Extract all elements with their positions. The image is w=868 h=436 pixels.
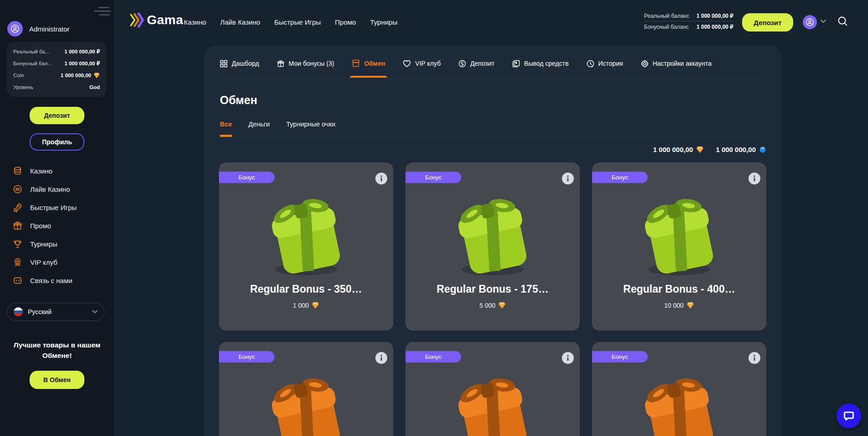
coin-wallet-amount: 1 000 000,00 [653,146,704,153]
topnav-promo[interactable]: Промо [335,18,356,26]
orange-gem-icon [312,301,319,309]
sidebar-item-live-casino[interactable]: Лайв Казино [13,180,77,198]
bonus-card-title: Regular Bonus - 175… [405,283,580,295]
bonus-badge: Бонус [592,351,648,362]
info-icon[interactable] [375,352,387,364]
bonus-card[interactable]: Бонус [405,342,580,436]
live-casino-icon [13,184,22,194]
topnav-fast-games[interactable]: Быстрые Игры [274,18,321,26]
topbar-real-balance-row: Реальный баланс 1 000 000,00 ₽ [644,11,733,21]
gift-box-image [260,368,352,436]
shop-icon [352,59,360,68]
sidebar-item-contact[interactable]: Связь с нами [13,271,77,289]
bonus-card-price: 5 000 [405,301,580,309]
info-icon[interactable] [375,173,387,184]
sidebar-profile-button[interactable]: Профиль [30,133,84,151]
coin-icon [458,60,466,68]
tab-account-settings[interactable]: Настройки аккаунта [641,60,712,78]
topbar-real-balance-label: Реальный баланс [644,13,689,19]
info-icon[interactable] [748,352,760,364]
tab-vip-club[interactable]: VIP клуб [403,60,441,78]
dashboard-icon [220,60,228,68]
topnav-casino[interactable]: Казино [184,18,206,26]
to-exchange-button[interactable]: В Обмен [30,371,84,389]
sidebar-item-promo[interactable]: Промо [13,216,77,235]
bonus-balance-label: Бонусный бал... [13,61,52,66]
bonus-card-price: 1 000 [219,301,393,309]
sidebar-balance-panel: Реальный ба... 1 000 000,00 ₽ Бонусный б… [7,42,106,97]
tab-deposit[interactable]: Депозит [458,60,494,78]
language-selector[interactable]: Русский [7,303,104,321]
topbar-avatar[interactable] [803,15,817,29]
withdraw-icon [512,60,520,68]
sidebar-item-tournaments[interactable]: Турниры [13,235,77,253]
tab-dashboard[interactable]: Дашборд [220,60,259,78]
bonus-card[interactable]: Бонус [405,163,580,331]
contact-icon [13,276,22,285]
topbar-deposit-button[interactable]: Депозит [742,13,793,32]
topnav-tournaments[interactable]: Турниры [370,18,397,26]
bonus-card[interactable]: Бонус [592,163,766,331]
info-icon[interactable] [562,173,574,184]
sidebar-item-fast-games[interactable]: Быстрые Игры [13,198,77,216]
topbar-balances: Реальный баланс 1 000 000,00 ₽ Бонусный … [644,11,733,32]
orange-gem-icon [686,301,694,309]
filter-all[interactable]: Все [220,121,232,136]
orange-gem-icon [696,146,704,153]
coin-balance-value: 1 000 000,00 [61,73,91,78]
bonus-badge: Бонус [405,172,461,183]
sidebar-menu-icon[interactable] [94,7,112,18]
exchange-panel: Дашборд Мои бонусы (3) Обмен VIP клуб Де… [204,46,781,436]
orange-gem-icon [498,301,506,309]
sidebar-promo-text: Лучшие товары в нашем Обмене! [9,340,105,361]
gift-box-image [260,188,352,279]
search-icon[interactable] [837,15,849,27]
chat-widget-button[interactable] [837,404,861,428]
filter-tournament-points[interactable]: Турнирные очки [286,121,335,136]
real-balance-value: 1 000 000,00 ₽ [64,48,100,55]
tab-exchange[interactable]: Обмен [352,59,385,78]
sidebar-deposit-button[interactable]: Депозит [30,107,84,124]
bonus-balance-row: Бонусный бал... 1 000 000,00 ₽ [13,58,100,69]
topbar-bonus-balance-row: Бонусный баланс 1 000 000,00 ₽ [644,21,733,32]
bonus-badge: Бонус [219,351,275,362]
topnav-live-casino[interactable]: Лайв Казино [220,18,260,26]
vip-icon [13,257,22,267]
gift-box-image [634,368,725,436]
level-label: Уровень [13,84,33,90]
chevron-down-icon [92,310,98,314]
tab-history[interactable]: История [587,60,623,78]
bonus-card[interactable]: Бонус [219,342,393,436]
bonus-card-title: Regular Bonus - 400… [592,283,766,295]
real-balance-row: Реальный ба... 1 000 000,00 ₽ [13,46,100,58]
user-row[interactable]: Administrator [7,21,69,37]
bonus-card-title: Regular Bonus - 350… [219,283,393,295]
sidebar: Administrator Реальный ба... 1 000 000,0… [0,0,114,436]
tournaments-icon [13,239,22,249]
orange-gem-icon [94,72,100,79]
bonus-card[interactable]: Бонус [219,163,393,331]
sidebar-item-vip[interactable]: VIP клуб [13,253,77,271]
tab-withdraw[interactable]: Вывод средств [512,60,569,78]
wallet-row: 1 000 000,00 1 000 000,00 [219,146,766,153]
user-icon [806,18,814,26]
gift-box-image [634,188,725,279]
filter-money[interactable]: Деньги [249,121,270,136]
points-wallet-amount: 1 000 000,00 [716,146,766,153]
brand-logo[interactable]: Gama [130,12,183,28]
gift-box-image [447,188,538,279]
info-icon[interactable] [748,173,760,184]
bonus-badge: Бонус [405,351,461,362]
sidebar-item-casino[interactable]: Казино [13,162,77,180]
info-icon[interactable] [562,352,574,364]
settings-icon [641,60,649,68]
russian-flag-icon [14,307,23,316]
bonus-card[interactable]: Бонус [592,342,766,436]
topbar-bonus-balance-label: Бонусный баланс [644,24,689,30]
fast-games-icon [13,203,22,212]
tab-my-bonuses[interactable]: Мои бонусы (3) [277,60,334,78]
coin-balance-row: Coin 1 000 000,00 [13,69,100,81]
promo-icon [13,221,22,231]
gama-logo-icon [130,12,144,28]
account-chevron-down-icon[interactable] [820,19,826,23]
